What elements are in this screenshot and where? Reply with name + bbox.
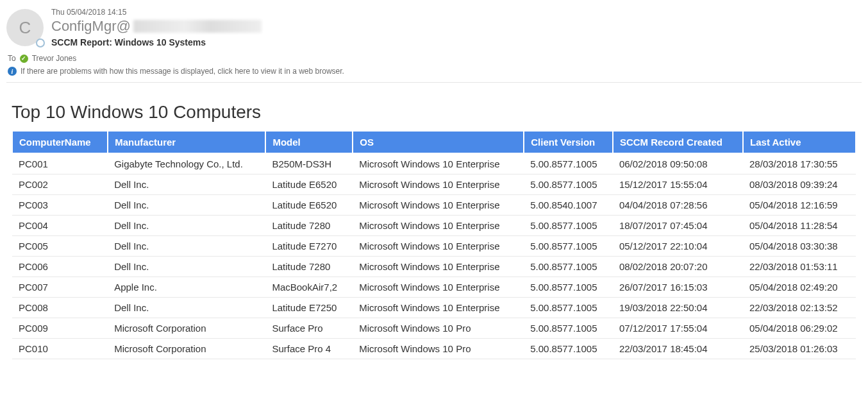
table-cell: Microsoft Windows 10 Enterprise	[353, 153, 524, 174]
table-cell: 07/12/2017 17:55:04	[613, 318, 743, 339]
table-cell: PC005	[12, 236, 108, 257]
table-cell: Microsoft Windows 10 Enterprise	[353, 236, 524, 257]
table-cell: 15/12/2017 15:55:04	[613, 174, 743, 195]
table-cell: Dell Inc.	[108, 174, 265, 195]
table-cell: 5.00.8577.1005	[524, 236, 613, 257]
col-header: Client Version	[524, 131, 613, 153]
table-cell: Microsoft Windows 10 Pro	[353, 318, 524, 339]
table-cell: 28/03/2018 17:30:55	[743, 153, 856, 174]
table-cell: Microsoft Windows 10 Enterprise	[353, 298, 524, 318]
email-header: C Thu 05/04/2018 14:15 ConfigMgr@ SCCM R…	[6, 5, 862, 53]
from-domain-redacted	[133, 20, 262, 33]
table-row: PC002Dell Inc.Latitude E6520Microsoft Wi…	[12, 174, 856, 195]
header-divider	[6, 82, 862, 83]
table-cell: Microsoft Windows 10 Enterprise	[353, 216, 524, 236]
info-icon: i	[8, 67, 17, 76]
table-cell: 22/03/2017 18:45:04	[613, 339, 743, 359]
table-body: PC001Gigabyte Technology Co., Ltd.B250M-…	[12, 153, 856, 359]
table-cell: 05/04/2018 03:30:38	[743, 236, 856, 257]
table-cell: 5.00.8577.1005	[524, 153, 613, 174]
col-header: OS	[353, 131, 524, 153]
table-cell: Microsoft Corporation	[108, 318, 265, 339]
table-cell: Apple Inc.	[108, 277, 265, 298]
table-cell: PC009	[12, 318, 108, 339]
table-cell: 5.00.8577.1005	[524, 257, 613, 277]
col-header: Last Active	[743, 131, 856, 153]
table-row: PC006Dell Inc.Latitude 7280Microsoft Win…	[12, 257, 856, 277]
table-cell: PC010	[12, 339, 108, 359]
col-header: Model	[265, 131, 353, 153]
table-cell: Microsoft Windows 10 Enterprise	[353, 277, 524, 298]
table-cell: Microsoft Windows 10 Enterprise	[353, 257, 524, 277]
table-cell: 5.00.8577.1005	[524, 216, 613, 236]
table-cell: Microsoft Windows 10 Pro	[353, 339, 524, 359]
table-cell: PC004	[12, 216, 108, 236]
sender-avatar: C	[6, 9, 44, 46]
table-cell: 04/04/2018 07:28:56	[613, 195, 743, 216]
table-cell: 05/04/2018 12:16:59	[743, 195, 856, 216]
col-header: SCCM Record Created	[613, 131, 743, 153]
table-row: PC007Apple Inc.MacBookAir7,2Microsoft Wi…	[12, 277, 856, 298]
table-cell: 5.00.8577.1005	[524, 298, 613, 318]
report-table: ComputerNameManufacturerModelOSClient Ve…	[12, 130, 856, 359]
table-row: PC010Microsoft CorporationSurface Pro 4M…	[12, 339, 856, 359]
table-cell: Latitude 7280	[265, 257, 353, 277]
table-cell: PC002	[12, 174, 108, 195]
table-cell: 5.00.8577.1005	[524, 174, 613, 195]
table-cell: PC001	[12, 153, 108, 174]
table-cell: B250M-DS3H	[265, 153, 353, 174]
table-cell: Latitude 7280	[265, 216, 353, 236]
presence-indicator-icon	[36, 38, 45, 47]
table-cell: 05/04/2018 02:49:20	[743, 277, 856, 298]
to-name: Trevor Jones	[32, 54, 77, 63]
table-cell: Latitude E6520	[265, 195, 353, 216]
email-date: Thu 05/04/2018 14:15	[51, 8, 862, 17]
table-row: PC005Dell Inc.Latitude E7270Microsoft Wi…	[12, 236, 856, 257]
header-text-block: Thu 05/04/2018 14:15 ConfigMgr@ SCCM Rep…	[51, 8, 862, 47]
table-cell: Dell Inc.	[108, 216, 265, 236]
table-cell: Gigabyte Technology Co., Ltd.	[108, 153, 265, 174]
info-banner-text: If there are problems with how this mess…	[21, 67, 344, 76]
table-cell: 18/07/2017 07:45:04	[613, 216, 743, 236]
table-cell: 26/07/2017 16:15:03	[613, 277, 743, 298]
table-cell: 22/03/2018 01:53:11	[743, 257, 856, 277]
table-cell: PC003	[12, 195, 108, 216]
table-cell: Microsoft Corporation	[108, 339, 265, 359]
table-row: PC008Dell Inc.Latitude E7250Microsoft Wi…	[12, 298, 856, 318]
table-cell: 05/12/2017 22:10:04	[613, 236, 743, 257]
table-cell: Surface Pro 4	[265, 339, 353, 359]
table-cell: 5.00.8577.1005	[524, 277, 613, 298]
table-cell: 05/04/2018 11:28:54	[743, 216, 856, 236]
table-cell: PC006	[12, 257, 108, 277]
table-cell: 05/04/2018 06:29:02	[743, 318, 856, 339]
col-header: ComputerName	[12, 131, 108, 153]
table-cell: PC008	[12, 298, 108, 318]
table-cell: Surface Pro	[265, 318, 353, 339]
col-header: Manufacturer	[108, 131, 265, 153]
from-prefix: ConfigMgr@	[51, 18, 131, 35]
table-cell: 5.00.8540.1007	[524, 195, 613, 216]
email-subject: SCCM Report: Windows 10 Systems	[51, 37, 862, 47]
table-cell: Dell Inc.	[108, 298, 265, 318]
table-cell: MacBookAir7,2	[265, 277, 353, 298]
table-cell: 5.00.8577.1005	[524, 339, 613, 359]
email-from: ConfigMgr@	[51, 18, 862, 35]
table-row: PC003Dell Inc.Latitude E6520Microsoft Wi…	[12, 195, 856, 216]
table-cell: 08/03/2018 09:39:24	[743, 174, 856, 195]
table-cell: Latitude E7250	[265, 298, 353, 318]
table-cell: Latitude E7270	[265, 236, 353, 257]
table-row: PC004Dell Inc.Latitude 7280Microsoft Win…	[12, 216, 856, 236]
table-row: PC001Gigabyte Technology Co., Ltd.B250M-…	[12, 153, 856, 174]
table-cell: 5.00.8577.1005	[524, 318, 613, 339]
view-in-browser-bar[interactable]: i If there are problems with how this me…	[8, 67, 862, 76]
email-body: Top 10 Windows 10 Computers ComputerName…	[6, 96, 862, 366]
table-cell: 25/03/2018 01:26:03	[743, 339, 856, 359]
table-cell: 22/03/2018 02:13:52	[743, 298, 856, 318]
table-cell: 06/02/2018 09:50:08	[613, 153, 743, 174]
table-cell: Microsoft Windows 10 Enterprise	[353, 195, 524, 216]
table-header: ComputerNameManufacturerModelOSClient Ve…	[12, 131, 856, 153]
table-cell: 19/03/2018 22:50:04	[613, 298, 743, 318]
report-title: Top 10 Windows 10 Computers	[12, 102, 856, 123]
email-to-line: To ✓ Trevor Jones	[8, 54, 862, 63]
table-cell: Microsoft Windows 10 Enterprise	[353, 174, 524, 195]
